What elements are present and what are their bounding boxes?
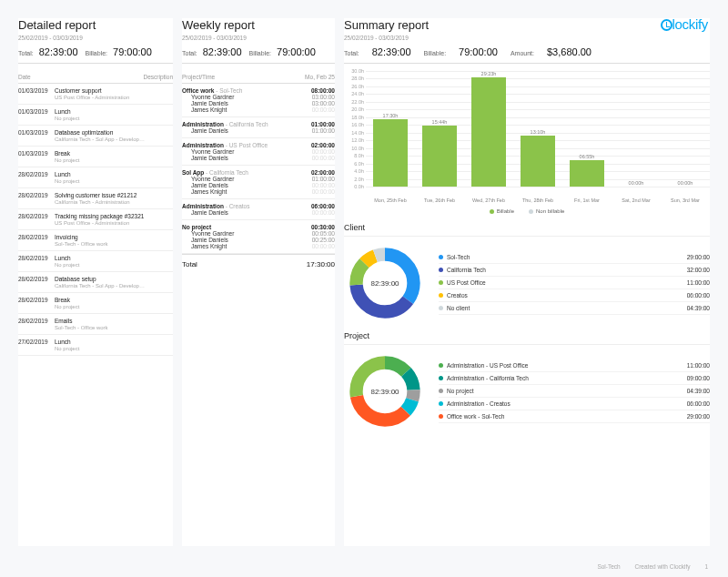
- detailed-row: 01/03/2019BreakNo project: [18, 147, 173, 167]
- legend-row: Administration - California Tech09:00:00: [439, 372, 710, 385]
- weekly-header-row: Project/Time Mo, Feb 25: [182, 71, 335, 84]
- legend-row: US Post Office11:00:00: [439, 277, 710, 289]
- detailed-row: 28/02/2019LunchNo project: [18, 167, 173, 188]
- weekly-person-row: Jamie Daniels00:00:00: [182, 209, 335, 216]
- weekly-person-row: Jamie Daniels00:00:00: [182, 182, 335, 188]
- bar-chart-legend: Billable Non billable: [344, 208, 710, 214]
- detailed-title: Detailed report: [18, 18, 173, 32]
- summary-bar-chart: 0.0h2.0h4.0h6.0h8.0h10.0h12.0h14.0h16.0h…: [344, 71, 710, 203]
- weekly-person-row: Yvonne Gardner01:00:00: [182, 176, 335, 182]
- legend-row: California Tech32:00:00: [439, 264, 710, 277]
- client-donut-chart: 82:39:00: [344, 242, 426, 324]
- weekly-date-range: 25/02/2019 - 03/03/2019: [182, 35, 335, 41]
- detailed-row: 28/02/2019BreakNo project: [18, 293, 173, 314]
- weekly-person-row: Yvonne Gardner00:05:00: [182, 230, 335, 237]
- weekly-totals: Total:82:39:00 Billable:79:00:00: [182, 46, 335, 64]
- detailed-row: 28/02/2019Solving customer issue #21212C…: [18, 188, 173, 209]
- summary-report-panel: Summary report 25/02/2019 - 03/03/2019 T…: [344, 18, 710, 546]
- detailed-row: 01/03/2019Customer supportUS Post Office…: [18, 84, 173, 105]
- summary-totals: Total:82:39:00 Billable:79:00:00 Amount:…: [344, 46, 710, 64]
- weekly-person-row: James Knight00:00:00: [182, 106, 335, 113]
- page-footer: Sol-Tech Created with Clockify 1: [584, 563, 708, 570]
- weekly-group: Sol App - California Tech02:00:00Yvonne …: [182, 166, 335, 199]
- weekly-person-row: James Knight00:00:00: [182, 188, 335, 195]
- legend-row: No client04:39:00: [439, 302, 710, 315]
- legend-row: Administration - US Post Office11:00:00: [439, 359, 710, 372]
- project-legend: Administration - US Post Office11:00:00A…: [439, 359, 710, 423]
- weekly-person-row: James Knight00:00:00: [182, 243, 335, 249]
- weekly-person-row: Jamie Daniels03:00:00: [182, 100, 335, 106]
- weekly-report-panel: Weekly report 25/02/2019 - 03/03/2019 To…: [182, 18, 335, 546]
- detailed-header-row: Date Description: [18, 71, 173, 84]
- weekly-group: Administration - US Post Office02:00:00Y…: [182, 138, 335, 166]
- weekly-person-row: Jamie Daniels00:00:00: [182, 155, 335, 161]
- detailed-totals: Total:82:39:00 Billable:79:00:00: [18, 46, 173, 64]
- weekly-person-row: Jamie Daniels01:00:00: [182, 127, 335, 134]
- detailed-row: 28/02/2019Database setupCalifornia Tech …: [18, 272, 173, 293]
- clockify-logo: lockify: [661, 16, 708, 32]
- detailed-row: 27/02/2019LunchNo project: [18, 335, 173, 356]
- project-section-title: Project: [344, 331, 710, 345]
- legend-row: No project04:39:00: [439, 385, 710, 398]
- detailed-row: 28/02/2019LunchNo project: [18, 251, 173, 272]
- weekly-group: No project00:30:00Yvonne Gardner00:05:00…: [182, 220, 335, 254]
- detailed-row: 01/03/2019LunchNo project: [18, 105, 173, 126]
- summary-title: Summary report: [344, 18, 710, 32]
- detailed-row: 28/02/2019EmailsSol-Tech - Office work: [18, 314, 173, 335]
- detailed-row: 01/03/2019Database optimizationCaliforni…: [18, 126, 173, 147]
- client-section-title: Client: [344, 223, 710, 237]
- weekly-group: Office work - Sol-Tech08:00:00Yvonne Gar…: [182, 84, 335, 117]
- legend-row: Creatos06:00:00: [439, 289, 710, 302]
- detailed-row: 28/02/2019Tracking missing package #3232…: [18, 209, 173, 230]
- detailed-report-panel: Detailed report 25/02/2019 - 03/03/2019 …: [18, 18, 173, 546]
- weekly-group: Administration - California Tech01:00:00…: [182, 117, 335, 138]
- weekly-person-row: Yvonne Gardner03:00:00: [182, 94, 335, 100]
- legend-row: Sol-Tech29:00:00: [439, 251, 710, 264]
- weekly-group: Administration - Creatos06:00:00Jamie Da…: [182, 199, 335, 220]
- legend-row: Office work - Sol-Tech29:00:00: [439, 410, 710, 423]
- client-legend: Sol-Tech29:00:00California Tech32:00:00U…: [439, 251, 710, 315]
- detailed-date-range: 25/02/2019 - 03/03/2019: [18, 35, 173, 41]
- weekly-title: Weekly report: [182, 18, 335, 32]
- legend-row: Administration - Creatos06:00:00: [439, 398, 710, 410]
- project-donut-chart: 82:39:00: [344, 350, 426, 432]
- weekly-person-row: Yvonne Gardner00:00:00: [182, 148, 335, 155]
- weekly-total-row: Total 17:30:00: [182, 254, 335, 268]
- weekly-person-row: Jamie Daniels00:25:00: [182, 237, 335, 243]
- summary-date-range: 25/02/2019 - 03/03/2019: [344, 35, 710, 41]
- detailed-row: 28/02/2019InvoicingSol-Tech - Office wor…: [18, 230, 173, 251]
